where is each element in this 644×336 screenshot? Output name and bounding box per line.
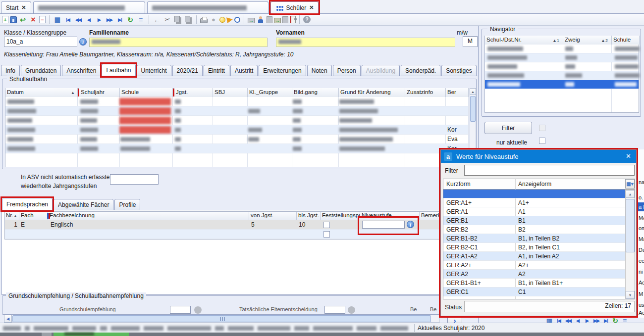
niveaustufe-option-row[interactable] [443, 190, 635, 198]
next-fast-icon[interactable]: ▶▶ [105, 15, 114, 24]
next-icon[interactable]: ▶ [583, 316, 591, 323]
table-row[interactable] [5, 97, 468, 106]
tab-unterricht[interactable]: Unterricht [137, 65, 171, 76]
scroll-left-icon[interactable]: ◀ [4, 315, 12, 323]
refresh-icon[interactable]: ↻ [611, 316, 620, 323]
niveaustufe-option-row[interactable]: GER:B2-C1B2, in Teilen C1 [443, 243, 635, 252]
tab-person[interactable]: Person [333, 65, 361, 76]
doc2-icon[interactable] [282, 16, 288, 23]
column-header-jgst-[interactable]: Jgst. [174, 88, 213, 97]
niveaustufe-option-row[interactable]: GER:C1C1 [443, 288, 635, 296]
niveaustufe-option-row[interactable]: GER:A1A1 [443, 207, 635, 216]
scroll-up-icon[interactable]: ▲ [626, 190, 635, 198]
tab-grunddaten[interactable]: Grunddaten [21, 65, 61, 76]
familienname-input[interactable] [89, 38, 268, 47]
id-card-icon[interactable] [290, 16, 296, 23]
list-icon[interactable]: ≡ [620, 316, 629, 323]
navigator-row[interactable] [485, 62, 639, 71]
niveaustufe-option-row[interactable]: GER:A1+A1+ [443, 198, 635, 207]
tab-redacted-2[interactable] [147, 1, 268, 13]
back-icon[interactable]: ← [153, 15, 161, 24]
mw-value-box[interactable]: M [463, 36, 478, 47]
tab-redacted-1[interactable] [33, 1, 145, 13]
scroll-down-icon[interactable]: ▼ [626, 291, 635, 299]
tab-fremdsprachen[interactable]: Fremdsprachen [2, 198, 53, 210]
klasse-input[interactable]: 10a_a [4, 37, 77, 47]
prev-icon[interactable]: ◀ [84, 15, 93, 24]
table-row[interactable]: Kor [5, 144, 468, 153]
tab-schueler[interactable]: Schüler✕ [270, 1, 319, 13]
tab-laufbahn[interactable]: Laufbahn [102, 64, 135, 76]
column-header-schule[interactable]: Schule [612, 36, 640, 45]
navigator-row[interactable] [485, 53, 639, 62]
tab-start[interactable]: Start✕ [1, 1, 31, 13]
column-header-zusatzinfo[interactable]: Zusatzinfo [405, 88, 446, 97]
prev-fast-icon[interactable]: ◀◀ [564, 316, 573, 323]
nur-aktuelle-checkbox[interactable] [539, 138, 545, 144]
table-row[interactable]: Kor [5, 125, 468, 135]
print-icon[interactable] [200, 18, 208, 23]
wiederholte-jahrgangsstufen-input[interactable] [110, 174, 159, 185]
folder-export-icon[interactable]: → [274, 18, 281, 23]
column-header-grund-f-r-nderung[interactable]: Grund für Änderung [339, 88, 405, 97]
tab-2020-21[interactable]: 2020/21 [172, 65, 203, 76]
tab-info[interactable]: Info [1, 65, 20, 76]
undo-icon[interactable]: ↩ [18, 15, 27, 24]
tab-eintritt[interactable]: Eintritt [204, 65, 229, 76]
navigator-row[interactable] [485, 80, 639, 89]
tab-noten[interactable]: Noten [307, 65, 332, 76]
export-box-icon[interactable]: → [248, 18, 255, 23]
prev-fast-icon[interactable]: ◀◀ [74, 15, 83, 24]
first-icon[interactable]: |◀ [63, 15, 72, 24]
delete-icon[interactable]: × [29, 15, 38, 24]
prev-icon[interactable]: ◀ [573, 316, 582, 323]
help-icon[interactable]: ? [303, 16, 311, 23]
save-icon[interactable] [10, 16, 17, 23]
dialog-scrollbar-thumb[interactable] [626, 199, 635, 252]
first-icon[interactable]: |◀ [554, 316, 563, 323]
clock-icon[interactable] [234, 17, 240, 23]
filter-checkbox[interactable] [539, 125, 545, 131]
table-config-icon[interactable]: ▦▾ [625, 179, 635, 189]
scrollbar-thumb[interactable] [470, 96, 476, 122]
student-icon[interactable] [256, 15, 265, 24]
tab-ausbildung[interactable]: Ausbildung [362, 65, 400, 76]
column-header-sbj[interactable]: SBJ [213, 88, 248, 97]
niveaustufe-option-row[interactable]: GER:A2+A2+ [443, 261, 635, 270]
record-icon[interactable]: ● [209, 15, 218, 24]
close-icon[interactable]: ✕ [309, 4, 314, 11]
tab-anschriften[interactable]: Anschriften [62, 65, 101, 76]
last-icon[interactable]: ▶| [601, 316, 610, 323]
copy-icon[interactable] [173, 15, 182, 24]
next-icon[interactable]: ▶ [95, 15, 104, 24]
column-header-bild-gang[interactable]: Bild.gang [292, 88, 339, 97]
vornamen-input[interactable] [276, 38, 455, 47]
tab-austritt[interactable]: Austritt [230, 65, 258, 76]
refresh-icon[interactable]: ↻ [126, 15, 135, 24]
doc-icon[interactable] [267, 16, 272, 23]
column-header-schule[interactable]: Schule [120, 88, 173, 97]
niveaustufe-option-row[interactable]: GER:B1-B2B1, in Teilen B2 [443, 234, 635, 243]
tab-profile[interactable]: Profile [114, 199, 140, 210]
column-header-ber[interactable]: Ber [446, 88, 469, 97]
new-record-icon[interactable]: + [2, 16, 8, 23]
dialog-title-bar[interactable]: a Werte für Niveaustufe ✕ [441, 150, 636, 163]
table-icon[interactable]: ▦ [53, 15, 62, 24]
column-header-schul-dst-nr-[interactable]: Schul-/Dst.Nr. [485, 36, 563, 45]
column-header-anzeigeform[interactable]: Anzeigeform [518, 181, 551, 188]
horn-icon[interactable] [226, 16, 233, 23]
next-fast-icon[interactable]: ▶▶ [592, 316, 601, 323]
table-icon[interactable]: ▦ [545, 316, 554, 323]
klasse-info-icon[interactable]: i [79, 38, 87, 46]
column-header-datum[interactable]: Datum [5, 88, 78, 97]
dialog-filter-input[interactable] [464, 165, 635, 176]
tab-sonderp-d-[interactable]: Sonderpäd. [401, 65, 440, 76]
niveaustufe-option-row[interactable]: GER:A2A2 [443, 270, 635, 279]
navigator-row[interactable] [485, 45, 639, 53]
column-header-kl-gruppe[interactable]: Kl._Gruppe [248, 88, 292, 97]
last-icon[interactable]: ▶| [115, 15, 124, 24]
table-row[interactable] [5, 116, 468, 125]
column-header-schuljahr[interactable]: Schuljahr [79, 88, 120, 97]
cut-input[interactable] [324, 306, 345, 314]
tab-abgewählte-fächer[interactable]: Abgewählte Fächer [54, 199, 113, 210]
